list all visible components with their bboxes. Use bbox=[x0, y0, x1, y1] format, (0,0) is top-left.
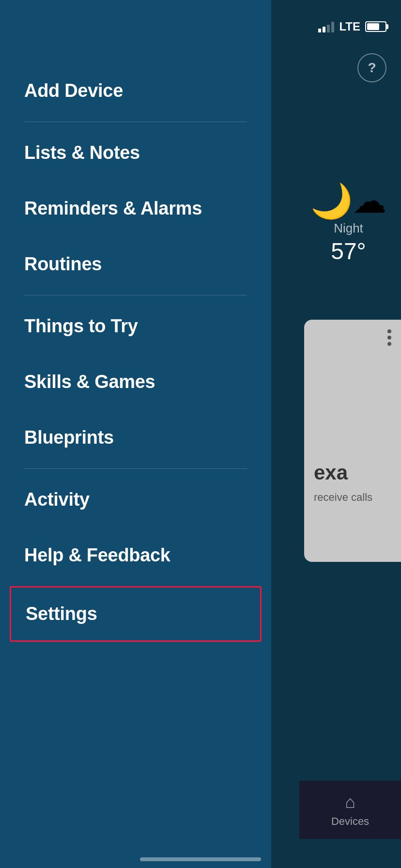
help-button[interactable]: ? bbox=[357, 53, 386, 82]
signal-icon bbox=[318, 21, 334, 32]
sidebar-item-reminders-alarms[interactable]: Reminders & Alarms bbox=[0, 181, 271, 236]
devices-nav-icon: ⌂ bbox=[345, 792, 355, 812]
divider-3 bbox=[24, 468, 247, 469]
sidebar-item-things-to-try[interactable]: Things to Try bbox=[0, 298, 271, 354]
weather-widget: 🌙☁ Night 57° bbox=[310, 184, 386, 264]
sidebar-item-lists-notes[interactable]: Lists & Notes bbox=[0, 125, 271, 181]
bottom-nav[interactable]: ⌂ Devices bbox=[299, 781, 401, 839]
divider-2 bbox=[24, 295, 247, 295]
alexa-card-subtitle: receive calls bbox=[314, 491, 372, 504]
sidebar-item-routines[interactable]: Routines bbox=[0, 236, 271, 292]
home-indicator bbox=[140, 857, 261, 861]
weather-icon: 🌙☁ bbox=[310, 184, 386, 218]
battery-icon bbox=[365, 21, 386, 32]
alexa-card-title: exa bbox=[314, 461, 348, 484]
sidebar-item-blueprints[interactable]: Blueprints bbox=[0, 410, 271, 465]
sidebar-menu: Add Device Lists & Notes Reminders & Ala… bbox=[0, 44, 271, 642]
weather-label: Night bbox=[334, 221, 363, 236]
status-icons: LTE bbox=[318, 20, 386, 33]
sidebar-item-settings[interactable]: Settings bbox=[10, 586, 262, 642]
weather-temp: 57° bbox=[331, 238, 366, 264]
sidebar-item-add-device[interactable]: Add Device bbox=[0, 63, 271, 119]
lte-label: LTE bbox=[339, 20, 360, 33]
sidebar-item-activity[interactable]: Activity bbox=[0, 472, 271, 527]
sidebar: Add Device Lists & Notes Reminders & Ala… bbox=[0, 0, 271, 868]
more-options-icon[interactable] bbox=[387, 329, 391, 346]
sidebar-item-skills-games[interactable]: Skills & Games bbox=[0, 354, 271, 410]
sidebar-item-help-feedback[interactable]: Help & Feedback bbox=[0, 527, 271, 583]
divider-1 bbox=[24, 122, 247, 122]
devices-nav-label: Devices bbox=[331, 815, 369, 828]
alexa-card: exa receive calls bbox=[304, 320, 401, 562]
